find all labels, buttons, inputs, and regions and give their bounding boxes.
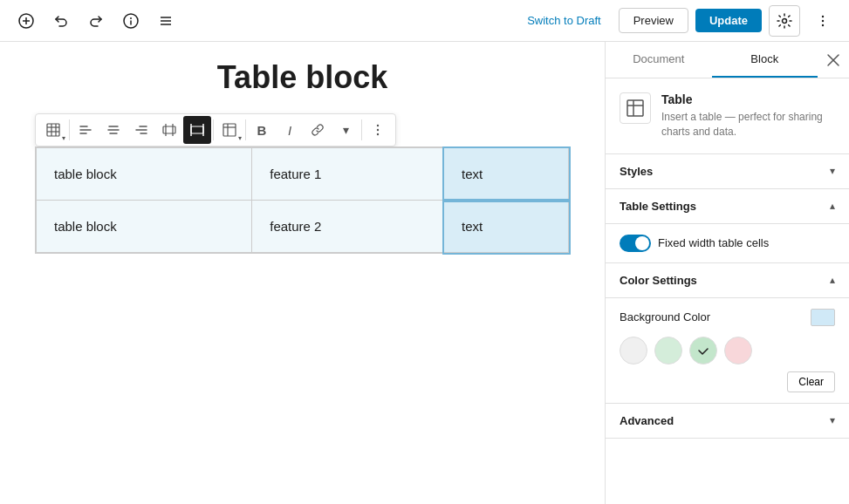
fixed-width-label: Fixed width table cells bbox=[658, 236, 835, 249]
table-cell[interactable]: table block bbox=[37, 201, 252, 253]
block-options-button[interactable] bbox=[364, 116, 392, 144]
align-center-button[interactable] bbox=[99, 116, 127, 144]
color-settings-chevron-icon: ▴ bbox=[830, 274, 835, 286]
background-color-row: Background Color bbox=[620, 309, 835, 326]
toolbar-right: Switch to Draft Preview Update bbox=[517, 5, 839, 37]
sidebar-close-button[interactable] bbox=[818, 44, 849, 76]
table-settings-label: Table Settings bbox=[620, 200, 696, 213]
svg-point-10 bbox=[822, 15, 824, 17]
svg-point-36 bbox=[377, 125, 379, 126]
svg-point-4 bbox=[130, 17, 132, 19]
fixed-width-toggle[interactable] bbox=[620, 235, 651, 252]
color-swatch-green-selected[interactable] bbox=[689, 337, 717, 364]
svg-rect-33 bbox=[223, 124, 236, 136]
italic-button[interactable]: I bbox=[276, 116, 304, 144]
svg-rect-13 bbox=[47, 124, 59, 136]
color-settings-content: Background Color Clear bbox=[606, 298, 849, 404]
color-swatch-pink[interactable] bbox=[724, 337, 752, 364]
svg-point-9 bbox=[783, 18, 787, 23]
svg-rect-27 bbox=[163, 126, 175, 133]
toolbar-left bbox=[10, 5, 181, 37]
advanced-label: Advanced bbox=[620, 414, 674, 427]
table-cell[interactable]: feature 2 bbox=[252, 201, 444, 253]
divider-1 bbox=[69, 119, 70, 140]
top-toolbar: Switch to Draft Preview Update bbox=[0, 0, 849, 42]
link-button[interactable] bbox=[304, 116, 332, 144]
color-settings-label: Color Settings bbox=[620, 274, 697, 287]
block-description: Insert a table — perfect for sharing cha… bbox=[661, 110, 835, 140]
table-cell-selected[interactable]: text bbox=[444, 148, 569, 201]
settings-button[interactable] bbox=[769, 5, 800, 37]
editor-content: Table block ▾ bbox=[0, 42, 605, 271]
bold-button[interactable]: B bbox=[248, 116, 276, 144]
block-name: Table bbox=[661, 92, 835, 106]
more-rich-options-button[interactable]: ▾ bbox=[332, 116, 359, 144]
tab-block[interactable]: Block bbox=[712, 42, 818, 78]
wide-width-button[interactable] bbox=[155, 116, 183, 144]
editor-area: Table block ▾ bbox=[0, 42, 605, 504]
table-cell[interactable]: table block bbox=[37, 148, 252, 201]
add-block-button[interactable] bbox=[10, 5, 42, 37]
divider-2 bbox=[213, 119, 214, 140]
styles-chevron-icon: ▾ bbox=[830, 165, 835, 177]
svg-rect-41 bbox=[627, 100, 643, 116]
update-button[interactable]: Update bbox=[695, 9, 762, 32]
background-color-preview[interactable] bbox=[811, 309, 835, 326]
clear-color-button[interactable]: Clear bbox=[787, 371, 835, 392]
svg-point-12 bbox=[822, 24, 824, 25]
table-settings-chevron-icon: ▴ bbox=[830, 200, 835, 212]
table-row: table block feature 2 text bbox=[37, 201, 569, 253]
list-view-button[interactable] bbox=[150, 5, 181, 37]
table-row: table block feature 1 text bbox=[37, 148, 569, 201]
undo-button[interactable] bbox=[45, 5, 77, 37]
color-swatches bbox=[620, 337, 835, 364]
switch-to-draft-button[interactable]: Switch to Draft bbox=[517, 9, 612, 32]
table-type-button[interactable]: ▾ bbox=[39, 116, 67, 144]
table-cell-selected[interactable]: text bbox=[444, 201, 569, 253]
table-cell[interactable]: feature 1 bbox=[252, 148, 444, 201]
svg-rect-30 bbox=[191, 126, 203, 133]
table-settings-content: Fixed width table cells bbox=[606, 224, 849, 263]
post-title[interactable]: Table block bbox=[0, 59, 605, 96]
block-toolbar: ▾ bbox=[35, 113, 396, 146]
color-swatch-white[interactable] bbox=[620, 337, 647, 364]
main-area: Table block ▾ bbox=[0, 42, 849, 504]
color-settings-header[interactable]: Color Settings ▴ bbox=[606, 263, 849, 298]
styles-label: Styles bbox=[620, 165, 653, 178]
divider-4 bbox=[361, 119, 362, 140]
sidebar-tabs: Document Block bbox=[606, 42, 849, 78]
redo-button[interactable] bbox=[80, 5, 112, 37]
preview-button[interactable]: Preview bbox=[619, 8, 688, 33]
table-wrapper: table block feature 1 text table block f… bbox=[35, 146, 570, 254]
table-settings-button[interactable]: ▾ bbox=[216, 116, 243, 144]
full-width-button[interactable] bbox=[183, 116, 211, 144]
background-color-label: Background Color bbox=[620, 310, 804, 324]
align-left-button[interactable] bbox=[72, 116, 99, 144]
advanced-section-header[interactable]: Advanced ▾ bbox=[606, 404, 849, 439]
info-button[interactable] bbox=[115, 5, 147, 37]
tab-document[interactable]: Document bbox=[606, 42, 712, 78]
styles-section-header[interactable]: Styles ▾ bbox=[606, 154, 849, 189]
table-settings-header[interactable]: Table Settings ▴ bbox=[606, 189, 849, 224]
block-info-text: Table Insert a table — perfect for shari… bbox=[661, 92, 835, 140]
svg-point-37 bbox=[377, 129, 379, 131]
advanced-chevron-icon: ▾ bbox=[830, 414, 835, 426]
block-icon bbox=[620, 92, 651, 124]
content-table: table block feature 1 text table block f… bbox=[36, 147, 569, 253]
color-swatch-green[interactable] bbox=[654, 337, 682, 364]
svg-point-38 bbox=[377, 133, 379, 135]
fixed-width-row: Fixed width table cells bbox=[620, 235, 835, 252]
divider-3 bbox=[245, 119, 246, 140]
svg-point-11 bbox=[822, 19, 824, 21]
block-info: Table Insert a table — perfect for shari… bbox=[606, 78, 849, 154]
sidebar: Document Block Table Insert a table — pe… bbox=[605, 42, 849, 504]
align-right-button[interactable] bbox=[127, 116, 155, 144]
more-options-button[interactable] bbox=[807, 5, 839, 37]
